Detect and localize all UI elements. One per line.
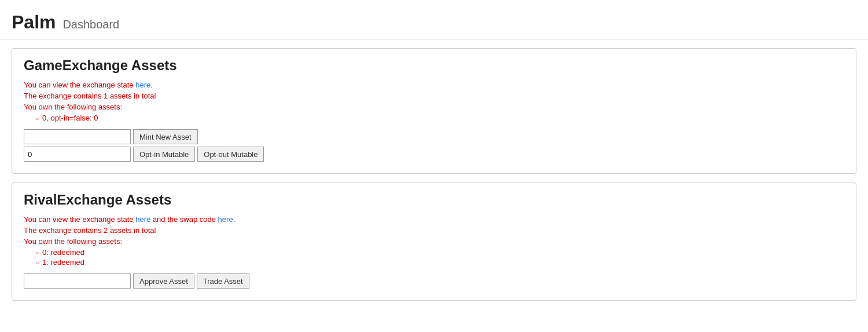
rival-exchange-link1[interactable]: here: [135, 215, 150, 224]
rival-exchange-info2: The exchange contains 2 assets in total: [24, 226, 844, 235]
approve-asset-button[interactable]: Approve Asset: [133, 273, 194, 289]
rival-exchange-title: RivalExchange Assets: [24, 192, 844, 208]
rival-exchange-info1: You can view the exchange state here and…: [24, 215, 844, 224]
mint-new-asset-button[interactable]: Mint New Asset: [133, 129, 198, 144]
optin-action-row: Opt-in Mutable Opt-out Mutable: [24, 147, 844, 162]
app-title: Palm: [12, 12, 56, 32]
rival-exchange-card: RivalExchange Assets You can view the ex…: [12, 183, 856, 301]
mint-action-row: Mint New Asset: [24, 129, 844, 144]
mint-input[interactable]: [24, 129, 131, 144]
game-exchange-info2: The exchange contains 1 assets in total: [24, 92, 844, 100]
rival-exchange-assets-list: 0: redeemed1: redeemed: [35, 248, 844, 267]
game-exchange-title: GameExchange Assets: [24, 57, 844, 74]
page-header: Palm Dashboard: [0, 0, 868, 39]
rival-exchange-link2[interactable]: here: [218, 215, 233, 224]
game-exchange-link[interactable]: here: [135, 81, 150, 89]
optout-mutable-button[interactable]: Opt-out Mutable: [197, 147, 264, 162]
approve-action-row: Approve Asset Trade Asset: [24, 273, 844, 289]
list-item: 1: redeemed: [35, 258, 844, 267]
list-item: 0: redeemed: [35, 248, 844, 257]
list-item: 0, opt-in=false: 0: [35, 114, 844, 122]
optin-input[interactable]: [24, 147, 131, 162]
approve-input[interactable]: [24, 273, 131, 289]
rival-exchange-info3: You own the following assets:: [24, 237, 844, 246]
trade-asset-button[interactable]: Trade Asset: [197, 273, 249, 289]
game-exchange-card: GameExchange Assets You can view the exc…: [12, 48, 856, 174]
game-exchange-info1: You can view the exchange state here.: [24, 81, 844, 89]
main-content: GameExchange Assets You can view the exc…: [0, 48, 868, 301]
optin-mutable-button[interactable]: Opt-in Mutable: [133, 147, 195, 162]
game-exchange-info3: You own the following assets:: [24, 103, 844, 111]
game-exchange-assets-list: 0, opt-in=false: 0: [35, 114, 844, 122]
page-subtitle: Dashboard: [62, 18, 119, 31]
